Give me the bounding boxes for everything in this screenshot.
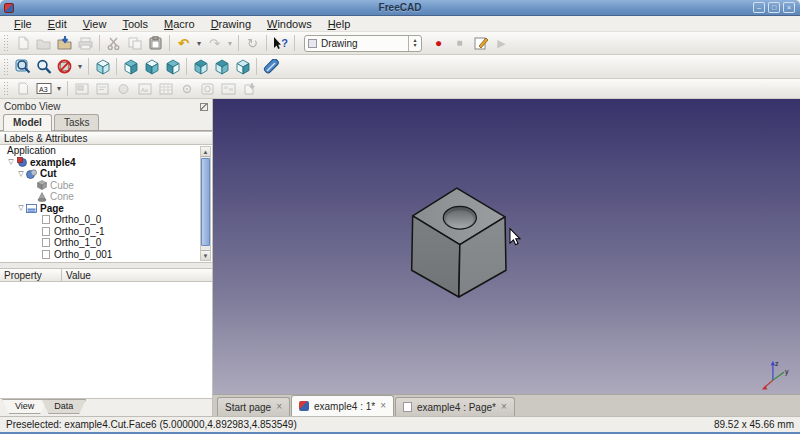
toolbar-grip[interactable]: [3, 81, 9, 96]
close-tab-icon[interactable]: ×: [501, 402, 507, 412]
measure-distance-button[interactable]: [260, 57, 281, 77]
tree-item-ortho-0--1[interactable]: Ortho_0_-1: [0, 226, 212, 238]
clip-group-button[interactable]: [176, 80, 197, 97]
tree-item-cut[interactable]: ▽ Cut: [0, 168, 212, 180]
tree-item-ortho-0-001[interactable]: Ortho_0_001: [0, 249, 212, 261]
close-tab-icon[interactable]: ×: [380, 401, 386, 411]
expander-icon[interactable]: ▽: [16, 170, 26, 178]
new-a3-page-button[interactable]: A3: [33, 80, 54, 97]
toolbar-separator: [99, 35, 100, 52]
refresh-button[interactable]: ↻: [242, 33, 263, 53]
tree-item-cube[interactable]: Cube: [0, 180, 212, 192]
cut-button[interactable]: [103, 33, 124, 53]
float-panel-icon[interactable]: [200, 103, 208, 111]
axonometric-cube-icon: [95, 59, 111, 75]
workbench-selector[interactable]: Drawing ▴ ▾: [304, 35, 422, 52]
rear-view-cube-icon: [193, 59, 209, 75]
tree-item-application[interactable]: Application: [0, 145, 212, 157]
menu-drawing[interactable]: Drawing: [203, 17, 259, 31]
macro-record-button[interactable]: ●: [428, 33, 449, 53]
draft-view-icon: As: [138, 83, 152, 95]
tree-item-ortho-0-0[interactable]: Ortho_0_0: [0, 214, 212, 226]
undo-button[interactable]: ↶: [173, 33, 194, 53]
tree-item-ortho-1-0[interactable]: Ortho_1_0: [0, 237, 212, 249]
insert-view-button[interactable]: [71, 80, 92, 97]
tab-tasks[interactable]: Tasks: [54, 114, 100, 130]
macro-execute-button[interactable]: ▶: [491, 33, 512, 53]
export-page-button[interactable]: [239, 80, 260, 97]
macro-stop-button[interactable]: ■: [449, 33, 470, 53]
annotation-button[interactable]: [92, 80, 113, 97]
tree-item-page[interactable]: ▽ Page: [0, 203, 212, 215]
scrollbar-thumb[interactable]: [201, 158, 210, 246]
tab-example4-3d[interactable]: example4 : 1* ×: [291, 395, 394, 416]
menu-edit[interactable]: Edit: [40, 17, 75, 31]
zoom-button[interactable]: [33, 57, 54, 77]
tab-example4-page[interactable]: example4 : Page* ×: [395, 397, 515, 416]
draft-view-button[interactable]: As: [134, 80, 155, 97]
rear-view-button[interactable]: [190, 57, 211, 77]
left-view-button[interactable]: [232, 57, 253, 77]
menu-windows[interactable]: Windows: [259, 17, 320, 31]
expander-icon[interactable]: ▽: [16, 204, 26, 212]
undo-dropdown[interactable]: ▾: [194, 39, 204, 48]
tree-scrollbar[interactable]: ▲ ▼: [200, 146, 211, 261]
tree-item-cone[interactable]: Cone: [0, 191, 212, 203]
minimize-button[interactable]: –: [753, 2, 765, 13]
property-column-header[interactable]: Property: [0, 269, 62, 281]
draw-style-button[interactable]: [54, 57, 75, 77]
save-button[interactable]: [54, 33, 75, 53]
copy-button[interactable]: [124, 33, 145, 53]
menu-tools[interactable]: Tools: [114, 17, 156, 31]
scroll-up-icon[interactable]: ▲: [201, 147, 210, 157]
tab-view[interactable]: View: [2, 399, 47, 414]
menu-help[interactable]: Help: [320, 17, 359, 31]
value-column-header[interactable]: Value: [62, 269, 212, 281]
annotation-icon: [96, 83, 109, 95]
3d-viewport[interactable]: z y: [213, 99, 800, 394]
menu-macro[interactable]: Macro: [156, 17, 203, 31]
insert-view-icon: [75, 83, 89, 95]
scroll-down-icon[interactable]: ▼: [201, 250, 210, 260]
new-page-button[interactable]: [12, 80, 33, 97]
page-size-dropdown[interactable]: ▾: [54, 84, 64, 93]
spreadsheet-view-button[interactable]: [155, 80, 176, 97]
tab-data[interactable]: Data: [41, 399, 86, 414]
toolbar-grip[interactable]: [3, 34, 9, 51]
combo-spinner[interactable]: ▴ ▾: [408, 36, 421, 51]
axonometric-view-button[interactable]: [92, 57, 113, 77]
fit-all-button[interactable]: [12, 57, 33, 77]
right-view-button[interactable]: [162, 57, 183, 77]
open-document-button[interactable]: [33, 33, 54, 53]
print-button[interactable]: [75, 33, 96, 53]
menu-file[interactable]: File: [6, 17, 40, 31]
close-button[interactable]: ×: [783, 2, 795, 13]
macro-edit-button[interactable]: [470, 33, 491, 53]
toolbar-separator: [266, 35, 267, 52]
front-view-button[interactable]: [120, 57, 141, 77]
bottom-view-button[interactable]: [211, 57, 232, 77]
open-browser-icon: [201, 83, 214, 95]
redo-button[interactable]: ↷: [204, 33, 225, 53]
maximize-button[interactable]: □: [768, 2, 780, 13]
whats-this-button[interactable]: ?: [270, 33, 291, 53]
draw-style-dropdown[interactable]: ▾: [75, 62, 85, 71]
top-view-button[interactable]: [141, 57, 162, 77]
title-bar[interactable]: FreeCAD – □ ×: [0, 0, 800, 16]
menu-view[interactable]: View: [75, 17, 115, 31]
expander-icon[interactable]: ▽: [6, 158, 16, 166]
close-tab-icon[interactable]: ×: [276, 402, 282, 412]
document-area: z y Start page × example4 : 1* ×: [213, 99, 800, 416]
tab-model[interactable]: Model: [3, 114, 52, 131]
ortho-views-button[interactable]: [218, 80, 239, 97]
property-table-body[interactable]: [0, 282, 212, 399]
tree-item-example4[interactable]: ▽ example4: [0, 157, 212, 169]
toolbar-grip[interactable]: [3, 58, 9, 76]
open-browser-button[interactable]: [197, 80, 218, 97]
tab-start-page[interactable]: Start page ×: [217, 397, 290, 416]
whatsthis-question-icon: ?: [281, 37, 288, 49]
paste-button[interactable]: [145, 33, 166, 53]
redo-dropdown[interactable]: ▾: [225, 39, 235, 48]
new-document-button[interactable]: [12, 33, 33, 53]
symbol-button[interactable]: [113, 80, 134, 97]
